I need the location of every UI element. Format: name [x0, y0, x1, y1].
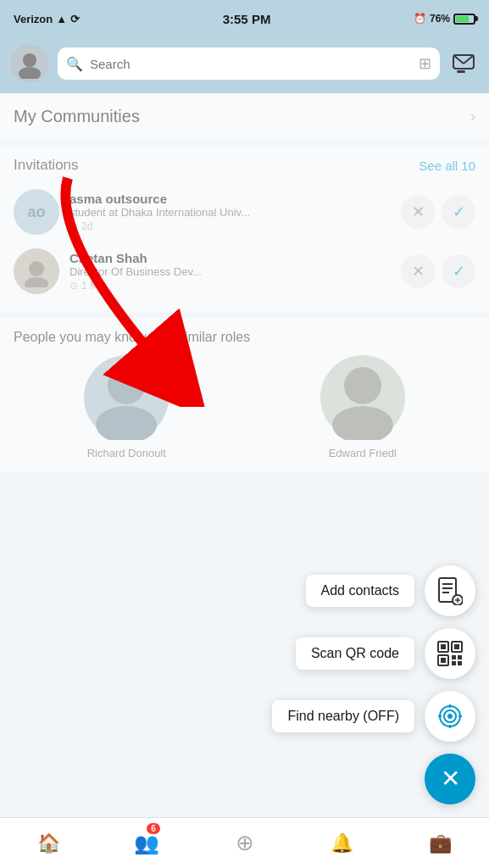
svg-point-1 [19, 67, 41, 79]
search-bar[interactable]: 🔍 ⊞ [58, 47, 440, 80]
svg-point-8 [108, 367, 145, 404]
person-name-2: Edward Friedl [329, 447, 397, 459]
invite-info-2: Chetan Shah Director Of Business Dev... … [69, 251, 391, 292]
battery-icon [453, 14, 475, 25]
find-nearby-button[interactable] [425, 691, 475, 742]
tab-notifications[interactable]: 🔔 [293, 818, 391, 868]
fab-container: Add contacts Scan QR code [272, 565, 475, 804]
svg-rect-3 [457, 70, 465, 73]
status-bar: Verizon ▲ ⟳ 3:55 PM ⏰ 76% [0, 0, 489, 37]
messages-button[interactable] [448, 48, 479, 79]
avatar-placeholder [10, 44, 49, 83]
user-avatar[interactable] [10, 44, 49, 83]
invite-time-1: 2d [81, 220, 92, 232]
add-contacts-row: Add contacts [306, 565, 476, 616]
accept-button-1[interactable]: ✓ [442, 195, 475, 229]
invitations-title: Invitations [14, 157, 79, 174]
search-input[interactable] [90, 57, 412, 71]
my-communities-section[interactable]: My Communities › [0, 93, 489, 140]
svg-rect-30 [458, 661, 462, 665]
status-time: 3:55 PM [223, 12, 271, 26]
chevron-right-icon: › [470, 108, 475, 125]
battery-fill [456, 16, 469, 22]
tab-badge-connections: 6 [147, 823, 160, 834]
connections-icon: 👥 [134, 832, 159, 855]
invite-name-1: asma outsource [69, 192, 391, 206]
invite-name-2: Chetan Shah [69, 251, 391, 265]
svg-point-11 [332, 406, 393, 440]
see-all-button[interactable]: See all 10 [419, 159, 475, 173]
bell-icon: 🔔 [331, 832, 353, 854]
add-contacts-tooltip: Add contacts [306, 575, 415, 607]
connection-icon: ⊙ [69, 220, 78, 232]
connection-icon-2: ⊙ [69, 280, 78, 292]
main-content: My Communities › Invitations See all 10 … [0, 93, 489, 471]
invite-role-2: Director Of Business Dev... [69, 265, 391, 278]
svg-rect-27 [452, 655, 456, 659]
person-card-2: Edward Friedl [250, 355, 476, 459]
add-icon: ⊕ [236, 830, 254, 856]
svg-rect-26 [441, 658, 446, 663]
svg-point-7 [25, 277, 48, 287]
svg-rect-24 [454, 644, 459, 649]
decline-button-2[interactable]: ✕ [401, 254, 435, 288]
battery-percent: 76% [430, 13, 450, 25]
svg-point-10 [344, 367, 381, 404]
close-fab-button[interactable]: ✕ [425, 754, 475, 804]
invite-role-1: student at Dhaka International Univ... [69, 206, 391, 219]
tab-connections[interactable]: 👥 6 [97, 818, 195, 868]
status-carrier: Verizon ▲ ⟳ [14, 13, 80, 25]
invite-actions-2: ✕ ✓ [401, 254, 475, 288]
person-avatar-1 [84, 355, 169, 440]
person-avatar-2 [320, 355, 405, 440]
invite-info-1: asma outsource student at Dhaka Internat… [69, 192, 391, 232]
scan-qr-tooltip: Scan QR code [296, 637, 414, 670]
svg-line-4 [453, 55, 464, 64]
invitations-section: Invitations See all 10 ao asma outsource… [0, 147, 489, 311]
people-grid: Richard Donoult Edward Friedl [14, 355, 475, 459]
svg-rect-22 [441, 644, 446, 649]
wifi-icon: ⟳ [70, 13, 80, 25]
scan-qr-row: Scan QR code [296, 628, 475, 679]
svg-point-9 [96, 406, 157, 440]
svg-point-33 [447, 714, 453, 719]
invite-time-2: 1 M [81, 280, 98, 292]
people-section-title: People you may know with similar roles [14, 330, 475, 345]
scan-qr-button[interactable] [425, 628, 475, 679]
tab-jobs[interactable]: 💼 [392, 818, 489, 868]
accept-button-2[interactable]: ✓ [442, 254, 475, 288]
qr-scan-icon[interactable]: ⊞ [419, 54, 431, 73]
signal-icon: ▲ [56, 13, 67, 25]
invite-avatar-ao: ao [14, 189, 59, 235]
invite-avatar-2 [14, 248, 59, 294]
briefcase-icon: 💼 [429, 832, 452, 854]
tab-add[interactable]: ⊕ [196, 818, 293, 868]
invite-item-1: ao asma outsource student at Dhaka Inter… [0, 182, 489, 242]
find-nearby-tooltip: Find nearby (OFF) [272, 700, 414, 732]
person-name-1: Richard Donoult [87, 447, 166, 459]
invite-meta-1: ⊙ 2d [69, 220, 391, 232]
invite-initials-ao: ao [27, 203, 45, 221]
people-section: People you may know with similar roles R… [0, 318, 489, 471]
svg-point-0 [23, 53, 36, 67]
header: 🔍 ⊞ [0, 37, 489, 93]
person-card-1: Richard Donoult [14, 355, 240, 459]
svg-point-6 [29, 261, 44, 276]
decline-button-1[interactable]: ✕ [401, 195, 435, 229]
tab-home[interactable]: 🏠 [0, 818, 97, 868]
invite-item-2: Chetan Shah Director Of Business Dev... … [0, 242, 489, 301]
invite-meta-2: ⊙ 1 M [69, 280, 391, 292]
search-icon: 🔍 [66, 56, 83, 72]
invite-actions-1: ✕ ✓ [401, 195, 475, 229]
carrier-text: Verizon [14, 13, 53, 25]
svg-rect-28 [458, 655, 462, 659]
tab-bar: 🏠 👥 6 ⊕ 🔔 💼 [0, 817, 489, 868]
close-icon: ✕ [441, 767, 460, 791]
invitations-header: Invitations See all 10 [0, 157, 489, 182]
alarm-icon: ⏰ [414, 13, 426, 25]
my-communities-title: My Communities [14, 107, 140, 126]
status-right: ⏰ 76% [414, 13, 475, 25]
find-nearby-row: Find nearby (OFF) [272, 691, 475, 742]
svg-rect-29 [452, 661, 456, 665]
add-contacts-button[interactable] [425, 565, 475, 616]
